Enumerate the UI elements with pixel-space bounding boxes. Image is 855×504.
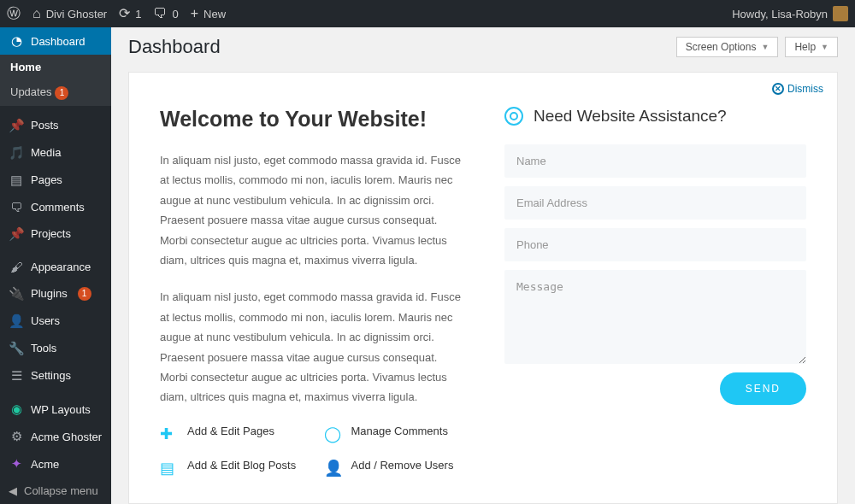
main-content: Dashboard Screen Options▼ Help▼ ✕Dismiss… <box>111 27 855 504</box>
refresh-icon: ⟳ <box>119 7 130 21</box>
close-icon: ✕ <box>772 83 784 95</box>
admin-bar: ⓦ ⌂Divi Ghoster ⟳1 🗨0 +New Howdy, Lisa-R… <box>0 0 855 27</box>
avatar <box>833 6 848 21</box>
updates-badge: 1 <box>55 86 68 100</box>
welcome-heading: Welcome to Your Website! <box>160 107 462 132</box>
sidebar-item-comments[interactable]: 🗨Comments <box>0 194 111 220</box>
user-icon: 👤 <box>9 314 24 329</box>
pin-icon: 📌 <box>9 118 24 133</box>
new-link[interactable]: +New <box>191 7 226 21</box>
sidebar-item-acme-ghoster[interactable]: ⚙Acme Ghoster <box>0 423 111 450</box>
welcome-para-2: In aliquam nisl justo, eget commodo mass… <box>160 287 462 407</box>
howdy-text: Howdy, Lisa-Robyn <box>732 8 828 21</box>
user-plus-icon: 👤 <box>324 459 341 478</box>
collapse-menu[interactable]: ◀Collapse menu <box>0 478 111 504</box>
plus-icon: + <box>191 7 198 21</box>
sidebar-label: Dashboard <box>31 35 86 48</box>
site-name-link[interactable]: ⌂Divi Ghoster <box>32 7 107 21</box>
comment-icon: 🗨 <box>9 200 24 214</box>
howdy-link[interactable]: Howdy, Lisa-Robyn <box>732 6 848 21</box>
sliders-icon: ☰ <box>9 368 24 384</box>
chevron-down-icon: ▼ <box>761 43 769 51</box>
dismiss-button[interactable]: ✕Dismiss <box>772 83 823 95</box>
site-name: Divi Ghoster <box>46 8 108 21</box>
updates-link[interactable]: ⟳1 <box>119 7 141 21</box>
collapse-icon: ◀ <box>9 484 17 497</box>
media-icon: 🎵 <box>9 145 24 161</box>
comments-count: 0 <box>172 8 178 21</box>
message-field[interactable] <box>504 270 806 364</box>
wrench-icon: 🔧 <box>9 341 24 356</box>
welcome-para-1: In aliquam nisl justo, eget commodo mass… <box>160 150 462 270</box>
doc-icon: ▤ <box>160 459 177 478</box>
name-field[interactable] <box>504 144 806 178</box>
plugins-badge: 1 <box>78 287 91 301</box>
send-button[interactable]: SEND <box>720 372 806 405</box>
sidebar-item-posts[interactable]: 📌Posts <box>0 112 111 139</box>
acme-icon: ✦ <box>9 456 24 472</box>
page-plus-icon: ✚ <box>160 425 177 443</box>
chevron-down-icon: ▼ <box>821 43 828 51</box>
updates-count: 1 <box>135 8 141 21</box>
sidebar-subitem-updates[interactable]: Updates1 <box>0 79 111 106</box>
quick-add-edit-pages[interactable]: ✚Add & Edit Pages <box>160 425 298 443</box>
comment-icon: 🗨 <box>153 7 167 21</box>
assist-heading: Need Website Assistance? <box>534 107 727 126</box>
page-title: Dashboard <box>128 36 221 58</box>
sidebar-item-media[interactable]: 🎵Media <box>0 139 111 167</box>
welcome-panel: ✕Dismiss Welcome to Your Website! In ali… <box>128 72 838 504</box>
help-button[interactable]: Help▼ <box>785 37 838 57</box>
brush-icon: 🖌 <box>9 260 24 274</box>
home-icon: ⌂ <box>32 7 41 21</box>
lifebuoy-icon <box>504 107 523 126</box>
dashboard-icon: ◔ <box>9 33 24 49</box>
sidebar-item-acme[interactable]: ✦Acme <box>0 450 111 478</box>
sidebar-item-pages[interactable]: ▤Pages <box>0 167 111 194</box>
sidebar-item-appearance[interactable]: 🖌Appearance <box>0 254 111 280</box>
sidebar-item-users[interactable]: 👤Users <box>0 308 111 335</box>
admin-sidebar: ◔Dashboard Home Updates1 📌Posts 🎵Media ▤… <box>0 27 111 504</box>
wp-logo[interactable]: ⓦ <box>7 7 21 21</box>
sidebar-item-tools[interactable]: 🔧Tools <box>0 335 111 362</box>
quick-add-edit-posts[interactable]: ▤Add & Edit Blog Posts <box>160 459 298 478</box>
page-icon: ▤ <box>9 173 24 188</box>
sidebar-item-settings[interactable]: ☰Settings <box>0 362 111 390</box>
sidebar-item-plugins[interactable]: 🔌Plugins1 <box>0 280 111 308</box>
sidebar-item-projects[interactable]: 📌Projects <box>0 220 111 248</box>
screen-options-button[interactable]: Screen Options▼ <box>676 37 779 57</box>
wordpress-icon: ⓦ <box>7 7 21 21</box>
quick-add-remove-users[interactable]: 👤Add / Remove Users <box>324 459 463 478</box>
sidebar-subitem-home[interactable]: Home <box>0 55 111 79</box>
phone-field[interactable] <box>504 228 806 261</box>
sidebar-item-wp-layouts[interactable]: ◉WP Layouts <box>0 396 111 423</box>
gear-icon: ⚙ <box>9 429 24 444</box>
plug-icon: 🔌 <box>9 286 24 302</box>
email-field[interactable] <box>504 186 806 220</box>
chat-icon: ◯ <box>324 425 341 443</box>
layouts-icon: ◉ <box>9 401 24 417</box>
sidebar-item-dashboard[interactable]: ◔Dashboard <box>0 27 111 55</box>
new-label: New <box>203 8 226 21</box>
comments-link[interactable]: 🗨0 <box>153 7 178 21</box>
pin-icon: 📌 <box>9 226 24 242</box>
quick-manage-comments[interactable]: ◯Manage Comments <box>324 425 463 443</box>
